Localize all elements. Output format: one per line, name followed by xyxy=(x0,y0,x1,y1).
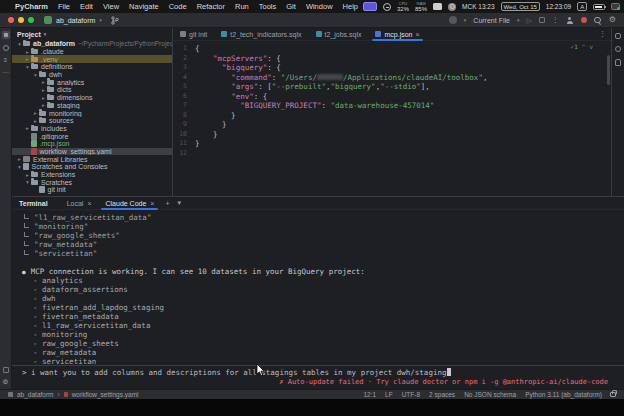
project-name-widget[interactable]: ab_dataform xyxy=(56,17,95,24)
tree-item-definitions[interactable]: ▾definitions xyxy=(12,63,172,71)
expand-arrow-icon[interactable]: ▸ xyxy=(40,87,47,93)
git-branch-icon[interactable] xyxy=(111,16,119,25)
breadcrumb-project[interactable]: ab_dataform xyxy=(17,391,54,398)
battery-icon[interactable] xyxy=(593,4,605,10)
tree-item-analytics[interactable]: ▸analytics xyxy=(12,78,172,86)
zoom-window-button[interactable] xyxy=(28,17,34,23)
editor-scrollbar[interactable] xyxy=(607,55,610,85)
expand-arrow-icon[interactable]: ▸ xyxy=(32,110,39,116)
tab-list-icon[interactable]: ⋮ xyxy=(599,30,611,38)
tree-item-gitignore[interactable]: .gitignore xyxy=(12,132,172,140)
status-utf-8[interactable]: UTF-8 xyxy=(402,391,420,398)
menu-view[interactable]: View xyxy=(98,2,124,11)
next-problem-icon[interactable]: v xyxy=(589,42,593,52)
collapse-arrow-icon[interactable]: ▾ xyxy=(16,164,23,170)
close-icon[interactable]: × xyxy=(150,200,154,207)
status-2-spaces[interactable]: 2 spaces xyxy=(429,391,455,398)
more-tool-windows-icon[interactable]: ⋯ xyxy=(3,69,9,75)
menu-help[interactable]: Help xyxy=(338,2,363,11)
inspections-widget[interactable]: ✓1 ^ v xyxy=(571,42,594,52)
tree-item-external-libraries[interactable]: ▸External Libraries xyxy=(12,155,172,163)
commit-tool-window-icon[interactable] xyxy=(3,45,9,51)
terminal-tool-window-icon[interactable] xyxy=(3,367,9,373)
code-with-me-icon[interactable] xyxy=(566,16,574,24)
globe-icon[interactable] xyxy=(448,3,456,11)
input-source-icon[interactable]: A xyxy=(577,2,587,11)
search-everywhere-icon[interactable] xyxy=(594,16,602,24)
status-12-1[interactable]: 12:1 xyxy=(363,391,376,398)
screen-recording-icon[interactable] xyxy=(363,2,377,11)
time-widget[interactable]: 12:23:09 xyxy=(546,3,571,10)
more-actions-icon[interactable]: ⋮ xyxy=(552,16,559,24)
world-clock[interactable]: MCK 13:23 xyxy=(462,3,495,10)
expand-arrow-icon[interactable]: ▸ xyxy=(40,102,47,108)
collapse-arrow-icon[interactable]: ▾ xyxy=(24,64,31,70)
tree-item-monitoring[interactable]: ▸monitoring xyxy=(12,109,172,117)
date-widget[interactable]: Wed, Oct 15 xyxy=(501,2,540,11)
terminal-options-icon[interactable]: ▾ xyxy=(174,199,186,207)
expand-arrow-icon[interactable]: ▸ xyxy=(40,95,47,101)
stop-button[interactable] xyxy=(539,17,545,23)
menu-window[interactable]: Window xyxy=(301,2,338,11)
tree-item-venv[interactable]: ▸.venv xyxy=(12,55,172,63)
terminal-tab-claude-code[interactable]: Claude Code× xyxy=(98,197,161,209)
expand-arrow-icon[interactable]: ▸ xyxy=(24,172,31,178)
menu-pycharm[interactable]: PyCharm xyxy=(10,2,53,11)
menu-refactor[interactable]: Refactor xyxy=(192,2,230,11)
editor-body[interactable]: ✓1 ^ v 1{2 "mcpServers": {3 "bigquery": … xyxy=(173,41,611,196)
project-panel-header[interactable]: Project ▾ xyxy=(12,28,172,40)
expand-arrow-icon[interactable]: ▸ xyxy=(32,118,39,124)
database-tool-window-icon[interactable] xyxy=(615,59,621,66)
new-terminal-tab-icon[interactable]: + xyxy=(161,200,173,207)
prompt-input[interactable]: i want you to add columns and descriptio… xyxy=(27,368,447,377)
menu-tools[interactable]: Tools xyxy=(254,2,282,11)
tree-item-ab-dataform[interactable]: ▾ab_dataform~/PycharmProjects/PythonProj… xyxy=(12,40,172,48)
tree-item-workflow-settings-yaml[interactable]: workflow_settings.yaml xyxy=(12,148,172,156)
structure-tool-window-icon[interactable]: ≡ xyxy=(4,57,8,63)
close-icon[interactable]: × xyxy=(87,200,91,207)
avatar[interactable] xyxy=(449,16,457,24)
claude-prompt-row[interactable]: > i want you to add columns and descript… xyxy=(12,365,624,378)
menu-git[interactable]: Git xyxy=(281,2,301,11)
keyboard-icon[interactable] xyxy=(611,3,620,10)
editor-tab-mcp-json[interactable]: mcp.json× xyxy=(368,28,426,40)
tree-item-dicts[interactable]: ▸dicts xyxy=(12,86,172,94)
editor-tab-git-init[interactable]: git init xyxy=(173,28,214,40)
tree-item-dwh[interactable]: ▾dwh xyxy=(12,71,172,79)
ram-stat[interactable]: RAM 85% xyxy=(415,2,427,12)
expand-arrow-icon[interactable]: ▸ xyxy=(40,79,47,85)
notifications-icon[interactable] xyxy=(615,33,621,39)
tree-item-extensions[interactable]: ▸Extensions xyxy=(12,171,172,179)
expand-arrow-icon[interactable]: ▸ xyxy=(24,49,31,55)
terminal-tab-local[interactable]: Local× xyxy=(60,197,99,209)
tree-item-dimensions[interactable]: ▸dimensions xyxy=(12,94,172,102)
editor-tab-t2-jobs-sqlx[interactable]: t2_jobs.sqlx xyxy=(309,28,369,40)
tree-item-staging[interactable]: ▸staging xyxy=(12,102,172,110)
services-tool-window-icon[interactable]: ⚙ xyxy=(3,379,9,386)
tree-item-mcp-json[interactable]: .mcp.json xyxy=(12,140,172,148)
ai-assistant-icon[interactable] xyxy=(615,46,621,52)
cpu-stat[interactable]: CPU 32% xyxy=(397,2,409,12)
prev-problem-icon[interactable]: ^ xyxy=(582,42,586,52)
close-icon[interactable]: × xyxy=(416,31,420,38)
status-python-3-11-ab-dataform[interactable]: Python 3.11 (ab_dataform) xyxy=(525,391,602,398)
breadcrumb-file[interactable]: workflow_settings.yaml xyxy=(72,391,139,398)
breadcrumb[interactable]: ab_dataform › workflow_settings.yaml xyxy=(8,391,139,398)
run-config-selector[interactable]: Current File xyxy=(473,17,510,24)
minimize-window-button[interactable] xyxy=(18,17,24,23)
tree-item-sources[interactable]: ▸sources xyxy=(12,117,172,125)
menu-file[interactable]: File xyxy=(53,2,75,11)
display-icon[interactable] xyxy=(433,3,442,10)
expand-arrow-icon[interactable]: ▸ xyxy=(16,156,23,162)
project-tool-window-icon[interactable] xyxy=(2,31,10,39)
record-icon[interactable] xyxy=(581,17,587,23)
terminal-output[interactable]: "l1_raw_servicetitan_data""monitoring""r… xyxy=(12,210,624,365)
menu-navigate[interactable]: Navigate xyxy=(124,2,164,11)
focus-mode-icon[interactable] xyxy=(383,3,391,11)
expand-arrow-icon[interactable]: ▸ xyxy=(24,56,31,62)
collapse-arrow-icon[interactable]: ▾ xyxy=(32,72,39,78)
status-no-json-schema[interactable]: No JSON schema xyxy=(464,391,516,398)
settings-gear-icon[interactable]: ⚙ xyxy=(609,16,616,24)
run-button[interactable]: ▷ xyxy=(526,17,531,24)
menu-code[interactable]: Code xyxy=(164,2,192,11)
